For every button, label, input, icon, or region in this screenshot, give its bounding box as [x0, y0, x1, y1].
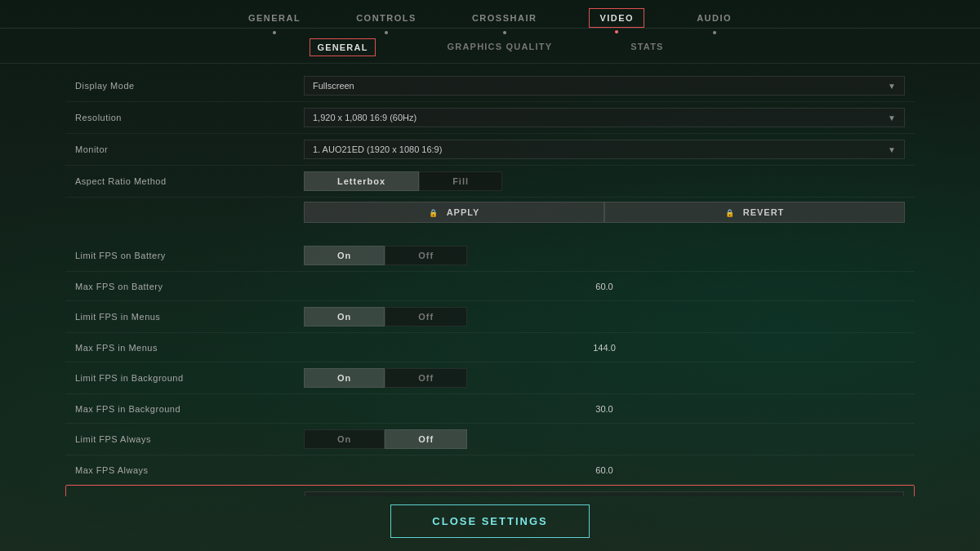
max-fps-menus-row: Max FPS in Menus 144.0	[65, 333, 915, 362]
max-fps-background-label: Max FPS in Background	[75, 404, 304, 414]
tab-audio[interactable]: AUDIO	[693, 8, 735, 28]
display-mode-label: Display Mode	[75, 81, 304, 91]
max-fps-menus-label: Max FPS in Menus	[75, 343, 304, 353]
max-fps-always-row: Max FPS Always 60.0	[65, 455, 915, 485]
section-spacer	[65, 227, 915, 240]
close-settings-button[interactable]: CLOSE SETTINGS	[390, 504, 589, 538]
display-mode-value: Fullscreen	[313, 81, 354, 91]
max-fps-background-control: 30.0	[304, 404, 905, 414]
fps-always-off-button[interactable]: Off	[385, 429, 467, 449]
fps-battery-on-button[interactable]: On	[304, 246, 385, 265]
tab-crosshair[interactable]: CROSSHAIR	[469, 8, 541, 28]
max-fps-menus-value[interactable]: 144.0	[304, 343, 905, 353]
limit-fps-menus-label: Limit FPS in Menus	[75, 312, 304, 322]
max-fps-battery-value[interactable]: 60.0	[304, 282, 905, 291]
limit-fps-always-row: Limit FPS Always On Off	[65, 424, 915, 455]
display-mode-control: Fullscreen ▼	[304, 76, 905, 96]
aspect-ratio-toggle: Letterbox Fill	[304, 171, 502, 191]
monitor-row: Monitor 1. AUO21ED (1920 x 1080 16:9) ▼	[65, 134, 915, 166]
limit-fps-always-control: On Off	[304, 429, 905, 449]
display-mode-dropdown[interactable]: Fullscreen ▼	[304, 76, 905, 96]
apply-lock-icon	[429, 207, 442, 217]
fill-button[interactable]: Fill	[419, 171, 502, 191]
resolution-control: 1,920 x 1,080 16:9 (60Hz) ▼	[304, 108, 905, 127]
resolution-arrow: ▼	[888, 113, 896, 122]
fps-always-on-button[interactable]: On	[304, 429, 385, 449]
limit-fps-battery-label: Limit FPS on Battery	[75, 251, 304, 260]
revert-button[interactable]: REVERT	[604, 202, 905, 223]
max-fps-menus-control: 144.0	[304, 343, 905, 353]
letterbox-button[interactable]: Letterbox	[304, 171, 419, 191]
max-fps-background-value[interactable]: 30.0	[304, 404, 905, 414]
tab-controls[interactable]: CONTROLS	[353, 8, 420, 28]
display-mode-row: Display Mode Fullscreen ▼	[65, 70, 915, 102]
monitor-value: 1. AUO21ED (1920 x 1080 16:9)	[313, 144, 442, 154]
apply-label: APPLY	[447, 207, 480, 217]
close-button-area: CLOSE SETTINGS	[0, 496, 980, 551]
limit-fps-menus-control: On Off	[304, 307, 905, 327]
max-fps-battery-row: Max FPS on Battery 60.0	[65, 272, 915, 301]
monitor-control: 1. AUO21ED (1920 x 1080 16:9) ▼	[304, 140, 905, 159]
limit-fps-background-control: On Off	[304, 368, 905, 388]
sub-tab-stats[interactable]: STATS	[624, 38, 670, 56]
monitor-dropdown[interactable]: 1. AUO21ED (1920 x 1080 16:9) ▼	[304, 140, 905, 159]
fps-menus-on-button[interactable]: On	[304, 307, 385, 327]
sub-tab-general[interactable]: GENERAL	[310, 38, 375, 56]
aspect-ratio-control: Letterbox Fill	[304, 171, 905, 191]
limit-fps-battery-row: Limit FPS on Battery On Off	[65, 240, 915, 272]
aspect-ratio-row: Aspect Ratio Method Letterbox Fill	[65, 166, 915, 198]
max-fps-always-label: Max FPS Always	[75, 465, 304, 475]
main-content: GENERAL CONTROLS CROSSHAIR VIDEO AUDIO G…	[0, 0, 980, 551]
limit-fps-always-label: Limit FPS Always	[75, 434, 304, 444]
monitor-arrow: ▼	[888, 145, 896, 154]
display-mode-arrow: ▼	[888, 82, 896, 91]
limit-fps-always-toggle: On Off	[304, 429, 467, 449]
resolution-dropdown[interactable]: 1,920 x 1,080 16:9 (60Hz) ▼	[304, 108, 905, 127]
monitor-label: Monitor	[75, 144, 304, 154]
tab-video[interactable]: VIDEO	[589, 8, 644, 28]
limit-fps-background-row: Limit FPS in Background On Off	[65, 362, 915, 394]
max-fps-always-value[interactable]: 60.0	[304, 465, 905, 475]
apply-revert-row: APPLY REVERT	[65, 198, 915, 227]
fps-background-on-button[interactable]: On	[304, 368, 385, 388]
nvidia-reflex-row: NVIDIA Reflex Low Latency On ▼	[65, 485, 915, 496]
max-fps-battery-control: 60.0	[304, 282, 905, 291]
resolution-label: Resolution	[75, 113, 304, 122]
top-navigation: GENERAL CONTROLS CROSSHAIR VIDEO AUDIO	[0, 0, 980, 29]
aspect-ratio-label: Aspect Ratio Method	[75, 176, 304, 186]
apply-button[interactable]: APPLY	[304, 202, 604, 223]
limit-fps-background-label: Limit FPS in Background	[75, 373, 304, 383]
revert-label: REVERT	[743, 207, 785, 217]
sub-navigation: GENERAL GRAPHICS QUALITY STATS	[0, 29, 980, 64]
tab-general[interactable]: GENERAL	[245, 8, 304, 28]
max-fps-background-row: Max FPS in Background 30.0	[65, 394, 915, 424]
fps-menus-off-button[interactable]: Off	[385, 307, 467, 327]
max-fps-always-control: 60.0	[304, 465, 905, 475]
sub-tab-graphics[interactable]: GRAPHICS QUALITY	[441, 38, 559, 56]
fps-background-off-button[interactable]: Off	[385, 368, 467, 388]
limit-fps-battery-control: On Off	[304, 246, 905, 265]
limit-fps-menus-row: Limit FPS in Menus On Off	[65, 301, 915, 333]
resolution-row: Resolution 1,920 x 1,080 16:9 (60Hz) ▼	[65, 102, 915, 134]
settings-panel: Display Mode Fullscreen ▼ Resolution 1,9…	[0, 64, 980, 496]
resolution-value: 1,920 x 1,080 16:9 (60Hz)	[313, 113, 416, 122]
limit-fps-background-toggle: On Off	[304, 368, 467, 388]
limit-fps-menus-toggle: On Off	[304, 307, 467, 327]
max-fps-battery-label: Max FPS on Battery	[75, 282, 304, 291]
limit-fps-battery-toggle: On Off	[304, 246, 467, 265]
fps-battery-off-button[interactable]: Off	[385, 246, 467, 265]
revert-lock-icon	[725, 207, 738, 217]
